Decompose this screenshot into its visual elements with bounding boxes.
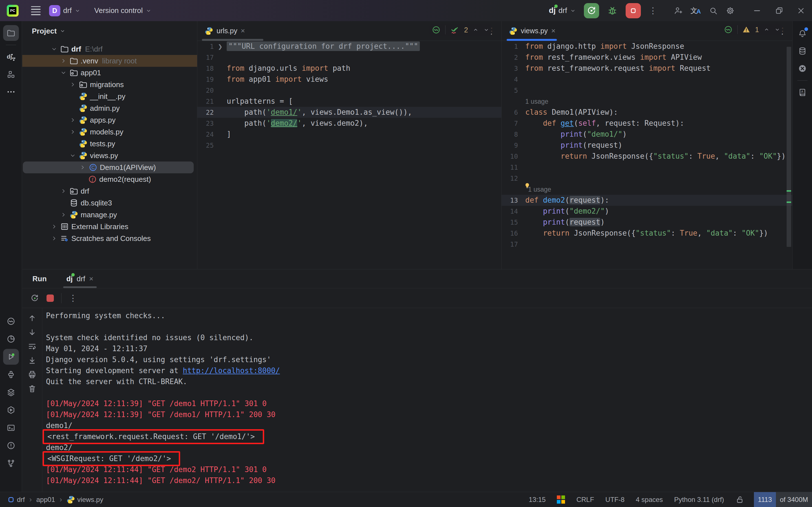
tree-item-db-sqlite3[interactable]: db.sqlite3: [22, 197, 197, 209]
clear-console-icon[interactable]: [28, 384, 37, 393]
python-packages-icon[interactable]: [3, 367, 19, 383]
chevron-right-icon[interactable]: [60, 57, 67, 64]
python-console-icon[interactable]: [3, 314, 19, 329]
windows-defender-icon[interactable]: [557, 496, 565, 504]
chevron-right-icon[interactable]: [79, 164, 86, 171]
chevron-right-icon[interactable]: [60, 188, 67, 194]
tree-item-apps-py[interactable]: apps.py: [22, 114, 197, 126]
close-tab-icon[interactable]: ×: [551, 26, 555, 35]
tree-item--init-py[interactable]: __init__.py: [22, 91, 197, 102]
tree-item-drf[interactable]: drf: [22, 185, 197, 197]
readonly-toggle-icon[interactable]: [735, 495, 744, 504]
translate-icon[interactable]: 文A: [691, 6, 701, 15]
next-problem-icon[interactable]: [774, 26, 780, 33]
close-tab-icon[interactable]: ×: [89, 275, 93, 283]
tree-item-views-py[interactable]: views.py: [22, 150, 197, 162]
problems-icon[interactable]: [3, 438, 19, 453]
line-separator[interactable]: CRLF: [576, 496, 594, 504]
urls-editor-content[interactable]: 1❯"""URL configuration for drf project..…: [197, 41, 501, 269]
scroll-to-end-icon[interactable]: [28, 356, 37, 365]
tree-item-tests-py[interactable]: tests.py: [22, 138, 197, 150]
fold-chevron-icon[interactable]: ❯: [214, 43, 227, 50]
soft-wrap-icon[interactable]: [28, 342, 37, 351]
breadcrumb-app01[interactable]: app01: [36, 496, 55, 504]
editor-scrollbar[interactable]: [787, 42, 791, 268]
run-tool-icon[interactable]: [3, 349, 19, 365]
tree-item-scratches-and-consoles[interactable]: Scratches and Consoles: [22, 232, 197, 244]
rerun-icon[interactable]: [30, 294, 39, 303]
tree-item-drf[interactable]: drfE:\drf: [22, 43, 197, 55]
usages-inlay-hint[interactable]: 1 usage: [528, 186, 551, 193]
urls-inspection-widget[interactable]: 2: [429, 24, 492, 36]
tree-item-manage-py[interactable]: manage.py: [22, 209, 197, 221]
git-branch-icon[interactable]: [3, 455, 19, 471]
more-actions-icon[interactable]: ⋮: [649, 9, 657, 13]
tree-item-models-py[interactable]: models.py: [22, 126, 197, 138]
services-icon[interactable]: [3, 402, 19, 418]
more-tools-icon[interactable]: [3, 84, 19, 100]
settings-icon[interactable]: [726, 6, 735, 15]
database-tool-icon[interactable]: [795, 43, 810, 59]
structure-tool-icon[interactable]: [3, 66, 19, 82]
run-tab-drf[interactable]: dj drf ×: [65, 269, 95, 288]
python-interpreter[interactable]: Python 3.11 (drf): [674, 496, 724, 504]
chevron-right-icon[interactable]: [50, 235, 58, 242]
breadcrumb-drf[interactable]: drf: [7, 496, 25, 504]
intention-bulb-icon[interactable]: [524, 183, 531, 191]
views-editor-content[interactable]: 1from django.http import JsonResponse2fr…: [501, 41, 792, 269]
views-inspection-widget[interactable]: 1: [721, 24, 783, 35]
search-everywhere-icon[interactable]: [709, 6, 718, 15]
tree-item-admin-py[interactable]: admin.py: [22, 102, 197, 114]
vcs-menu[interactable]: Version control: [94, 6, 152, 15]
chevron-right-icon[interactable]: [60, 211, 67, 218]
tree-item--venv[interactable]: .venvlibrary root: [22, 55, 197, 67]
debug-button[interactable]: [607, 5, 618, 16]
close-tab-icon[interactable]: ×: [241, 26, 245, 35]
more-actions-icon[interactable]: ⋮: [69, 296, 77, 300]
main-menu-icon[interactable]: [31, 6, 41, 15]
code-with-me-icon[interactable]: [673, 6, 683, 15]
next-occurrence-icon[interactable]: [28, 328, 37, 337]
minimize-button[interactable]: [750, 6, 764, 15]
tree-item-migrations[interactable]: migrations: [22, 78, 197, 91]
file-encoding[interactable]: UTF-8: [605, 496, 625, 504]
project-tool-icon[interactable]: [3, 25, 19, 41]
cursor-position[interactable]: 13:15: [529, 496, 546, 504]
chevron-right-icon[interactable]: [69, 117, 76, 123]
rerun-button[interactable]: [584, 3, 599, 18]
project-panel-header[interactable]: Project: [22, 21, 197, 41]
tab-urls-py[interactable]: urls.py ×: [205, 26, 245, 35]
memory-indicator[interactable]: 1113 of 3400M: [754, 492, 812, 507]
breadcrumb-views-py[interactable]: views.py: [66, 496, 103, 504]
tree-item-demo2-request-[interactable]: fdemo2(request): [22, 173, 197, 185]
stop-icon[interactable]: [47, 294, 54, 302]
prev-problem-icon[interactable]: [473, 27, 479, 33]
profiler-icon[interactable]: [3, 331, 19, 347]
documentation-icon[interactable]: A: [795, 84, 810, 100]
run-config-selector[interactable]: dj drf: [549, 6, 576, 15]
usages-inlay-hint[interactable]: 1 usage: [525, 98, 548, 105]
layers-icon[interactable]: [3, 384, 19, 400]
notifications-icon[interactable]: [795, 25, 810, 42]
project-selector[interactable]: D drf: [49, 5, 80, 16]
tree-item-app01[interactable]: app01: [22, 67, 197, 78]
tab-views-py[interactable]: views.py ×: [509, 26, 555, 35]
restore-button[interactable]: [772, 6, 786, 15]
chevron-down-icon[interactable]: [60, 69, 67, 76]
server-url-link[interactable]: http://localhost:8000/: [183, 365, 280, 376]
close-button[interactable]: [794, 6, 808, 15]
scrollbar-thumb[interactable]: [787, 47, 791, 247]
tree-item-demo1-apiview-[interactable]: CDemo1(APIView): [23, 162, 194, 173]
tree-item-external-libraries[interactable]: External Libraries: [22, 221, 197, 232]
console-output[interactable]: Performing system checks...System check …: [43, 308, 812, 492]
plugin-x-icon[interactable]: [795, 61, 810, 76]
chevron-down-icon[interactable]: [69, 152, 76, 159]
next-problem-icon[interactable]: [483, 27, 489, 33]
terminal-icon[interactable]: [3, 420, 19, 436]
prev-occurrence-icon[interactable]: [28, 314, 37, 323]
prev-problem-icon[interactable]: [763, 26, 770, 33]
chevron-right-icon[interactable]: [69, 81, 76, 88]
chevron-right-icon[interactable]: [69, 128, 76, 135]
chevron-down-icon[interactable]: [50, 46, 58, 52]
print-icon[interactable]: [28, 370, 37, 379]
